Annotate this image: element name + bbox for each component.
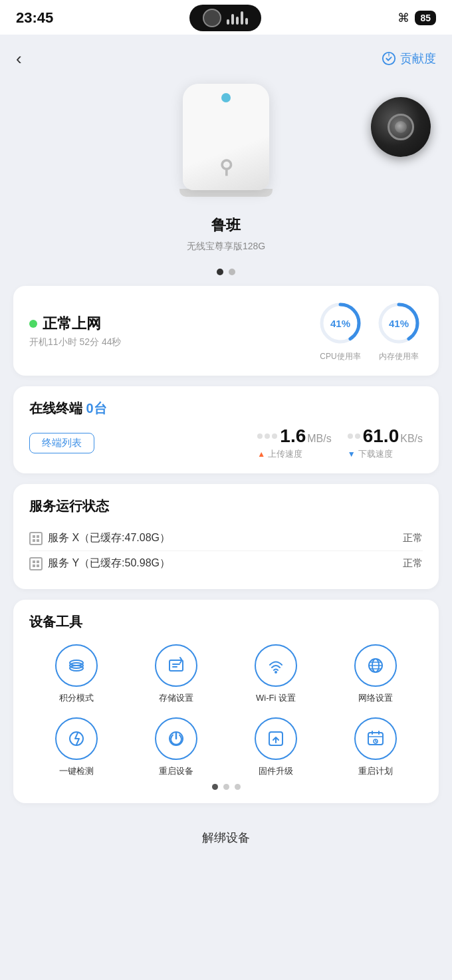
upload-speed-value: 1.6 MB/s bbox=[280, 426, 331, 447]
cpu-gauge: 41% bbox=[316, 299, 364, 347]
terminal-list-button[interactable]: 终端列表 bbox=[29, 433, 94, 453]
mem-value: 41% bbox=[389, 318, 409, 329]
svg-rect-12 bbox=[37, 564, 39, 567]
service-status-x: 正常 bbox=[403, 532, 423, 545]
device-image-wrapper: ⚲ 鲁班 无线宝尊享版128G bbox=[173, 84, 279, 253]
device-name: 鲁班 bbox=[211, 215, 241, 235]
upload-dots bbox=[257, 433, 277, 439]
tool-restart[interactable]: 重启设备 bbox=[129, 717, 223, 777]
uptime-label: 开机11小时 52分 44秒 bbox=[29, 336, 122, 348]
svg-rect-11 bbox=[33, 564, 35, 567]
service-row-x: 服务 X（已缓存:47.08G） 正常 bbox=[29, 526, 423, 551]
audio-wave-icon bbox=[227, 11, 248, 25]
status-card: 正常上网 开机11小时 52分 44秒 41% CPU使用率 41% bbox=[13, 286, 439, 376]
tools-dot-1 bbox=[212, 784, 218, 790]
calendar-icon bbox=[354, 717, 397, 760]
upload-icon bbox=[255, 717, 297, 760]
tool-network[interactable]: 网络设置 bbox=[328, 644, 423, 704]
network-title: 在线终端 0台 bbox=[29, 401, 107, 416]
camera-icon bbox=[371, 97, 431, 157]
svg-rect-5 bbox=[33, 535, 35, 538]
tools-grid: 积分模式 存储设置 Wi-Fi bbox=[29, 644, 423, 777]
upload-speed-item: 1.6 MB/s ▲ 上传速度 bbox=[257, 426, 331, 460]
page-dots bbox=[0, 269, 452, 275]
coins-icon bbox=[55, 644, 98, 687]
tool-coins-label: 积分模式 bbox=[59, 692, 94, 704]
status-gauges: 41% CPU使用率 41% 内存使用率 bbox=[316, 299, 423, 362]
tool-wifi-label: Wi-Fi 设置 bbox=[256, 692, 296, 704]
service-row-y: 服务 Y（已缓存:50.98G） 正常 bbox=[29, 551, 423, 576]
online-dot bbox=[29, 320, 37, 328]
tool-detect-label: 一键检测 bbox=[59, 765, 94, 777]
dot-2 bbox=[229, 269, 235, 275]
upload-label-row: ▲ 上传速度 bbox=[257, 448, 302, 460]
service-status-y: 正常 bbox=[403, 557, 423, 570]
svg-rect-8 bbox=[37, 539, 39, 542]
network-count: 0台 bbox=[86, 401, 107, 416]
cpu-value: 41% bbox=[330, 318, 350, 329]
online-label: 正常上网 bbox=[43, 314, 101, 334]
status-center-pill bbox=[189, 5, 261, 31]
back-button[interactable]: ‹ bbox=[16, 49, 40, 69]
tool-restart-label: 重启设备 bbox=[159, 765, 193, 777]
svg-point-17 bbox=[275, 671, 277, 674]
tool-detect[interactable]: 一键检测 bbox=[29, 717, 124, 777]
status-bar: 23:45 ⌘ 85 bbox=[0, 0, 452, 35]
download-label-row: ▼ 下载速度 bbox=[348, 448, 393, 460]
tool-wifi[interactable]: Wi-Fi 设置 bbox=[229, 644, 323, 704]
tool-network-label: 网络设置 bbox=[358, 692, 393, 704]
lightning-icon bbox=[55, 717, 98, 760]
tool-coins[interactable]: 积分模式 bbox=[29, 644, 124, 704]
status-time: 23:45 bbox=[16, 9, 53, 27]
tool-firmware[interactable]: 固件升级 bbox=[229, 717, 323, 777]
service-card: 服务运行状态 服务 X（已缓存:47.08G） 正常 bbox=[13, 484, 439, 589]
dot-1 bbox=[217, 269, 223, 275]
network-speeds: 1.6 MB/s ▲ 上传速度 61.0 bbox=[257, 426, 423, 460]
power-icon bbox=[155, 717, 197, 760]
upload-arrow-icon: ▲ bbox=[257, 449, 265, 459]
router-logo: ⚲ bbox=[219, 156, 233, 178]
wifi-status-icon: ⌘ bbox=[397, 11, 409, 25]
device-area: ⚲ 鲁班 无线宝尊享版128G bbox=[0, 77, 452, 266]
cpu-label: CPU使用率 bbox=[320, 351, 360, 362]
wifi-settings-icon bbox=[255, 644, 297, 687]
service-y-icon bbox=[29, 557, 43, 570]
tool-firmware-label: 固件升级 bbox=[259, 765, 293, 777]
svg-rect-6 bbox=[37, 535, 39, 538]
status-right: ⌘ 85 bbox=[397, 11, 436, 25]
service-x-icon bbox=[29, 532, 43, 545]
network-card: 在线终端 0台 终端列表 1.6 MB/s bbox=[13, 386, 439, 473]
service-name-y: 服务 Y（已缓存:50.98G） bbox=[29, 556, 170, 570]
tools-page-dots bbox=[29, 784, 423, 790]
download-speed-value: 61.0 KB/s bbox=[363, 426, 423, 447]
unbind-label[interactable]: 解绑设备 bbox=[202, 830, 250, 846]
svg-rect-7 bbox=[33, 539, 35, 542]
unbind-section: 解绑设备 bbox=[0, 814, 452, 866]
contrib-button[interactable]: 贡献度 bbox=[382, 51, 436, 66]
online-status-row: 正常上网 bbox=[29, 314, 122, 334]
contrib-icon bbox=[382, 51, 396, 66]
tools-card: 设备工具 积分模式 存储设置 bbox=[13, 600, 439, 803]
tool-storage-label: 存储设置 bbox=[159, 692, 193, 704]
device-subtitle: 无线宝尊享版128G bbox=[187, 241, 265, 253]
network-title-row: 在线终端 0台 bbox=[29, 400, 107, 418]
tool-schedule-label: 重启计划 bbox=[358, 765, 393, 777]
top-nav: ‹ 贡献度 bbox=[0, 35, 452, 77]
tools-card-title: 设备工具 bbox=[29, 613, 423, 631]
service-name-x: 服务 X（已缓存:47.08G） bbox=[29, 531, 170, 545]
tool-schedule[interactable]: 重启计划 bbox=[328, 717, 423, 777]
svg-rect-10 bbox=[37, 560, 39, 563]
mem-gauge-wrap: 41% 内存使用率 bbox=[375, 299, 423, 362]
globe-icon bbox=[354, 644, 397, 687]
download-dots bbox=[348, 433, 360, 439]
battery-indicator: 85 bbox=[415, 11, 436, 25]
status-left: 正常上网 开机11小时 52分 44秒 bbox=[29, 314, 122, 348]
camera-status-icon bbox=[203, 9, 221, 27]
tools-dot-3 bbox=[235, 784, 241, 790]
mem-label: 内存使用率 bbox=[379, 351, 419, 362]
tools-dot-2 bbox=[223, 784, 229, 790]
cpu-gauge-wrap: 41% CPU使用率 bbox=[316, 299, 364, 362]
svg-rect-9 bbox=[33, 560, 35, 563]
tool-storage[interactable]: 存储设置 bbox=[129, 644, 223, 704]
mem-gauge: 41% bbox=[375, 299, 423, 347]
